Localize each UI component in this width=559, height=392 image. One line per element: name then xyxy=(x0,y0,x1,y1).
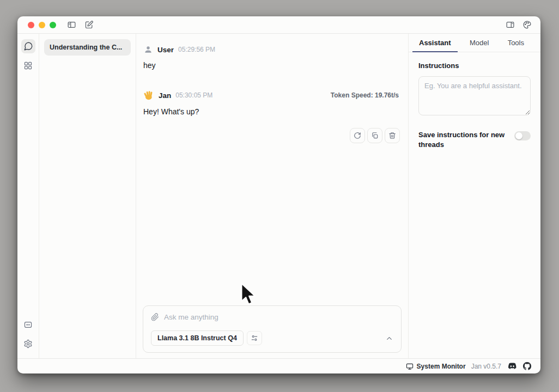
model-settings-button[interactable] xyxy=(247,331,262,345)
instructions-label: Instructions xyxy=(418,62,531,70)
toggle-right-panel-button[interactable] xyxy=(506,20,515,29)
paperclip-icon[interactable] xyxy=(151,313,159,321)
zoom-button[interactable] xyxy=(50,22,56,28)
tab-assistant[interactable]: Assistant xyxy=(412,34,458,52)
message-text: Hey! What's up? xyxy=(143,107,401,116)
sidebar-item-threads[interactable] xyxy=(21,39,35,53)
message-assistant: Jan 05:30:05 PM Token Speed: 19.76t/s He… xyxy=(143,90,401,143)
thread-list-item[interactable]: Understanding the C... xyxy=(44,39,131,56)
grid-icon xyxy=(23,61,33,70)
instructions-textarea[interactable] xyxy=(418,76,531,115)
discord-icon xyxy=(507,363,517,370)
thread-list: Understanding the C... xyxy=(39,34,136,358)
regenerate-button[interactable] xyxy=(350,128,365,143)
delete-button[interactable] xyxy=(385,128,400,143)
chat-input[interactable] xyxy=(164,313,393,321)
status-bar: System Monitor Jan v0.5.7 xyxy=(17,358,540,373)
save-instructions-toggle[interactable] xyxy=(514,131,531,140)
sidebar-item-settings[interactable] xyxy=(21,336,35,351)
chat-bubble-icon xyxy=(23,41,33,51)
sidebar-item-hub[interactable] xyxy=(21,58,35,72)
message-author: Jan xyxy=(159,91,171,100)
api-server-icon xyxy=(23,320,33,329)
copy-icon xyxy=(371,132,379,139)
sidebar-item-local-api-server[interactable] xyxy=(21,317,35,332)
titlebar xyxy=(17,16,540,34)
message-author: User xyxy=(157,46,174,54)
desktop-background: Understanding the C... User 05:29:56 PM xyxy=(0,0,559,392)
github-link[interactable] xyxy=(522,362,532,370)
traffic-lights xyxy=(28,22,56,28)
message-timestamp: 05:29:56 PM xyxy=(178,46,215,53)
message-actions xyxy=(143,128,401,143)
right-panel: Assistant Model Tools Instructions Save … xyxy=(408,34,540,358)
edit-pencil-icon xyxy=(84,20,94,29)
app-window: Understanding the C... User 05:29:56 PM xyxy=(17,16,540,373)
user-avatar-icon xyxy=(143,45,153,54)
sliders-icon xyxy=(251,334,258,342)
github-icon xyxy=(523,362,531,370)
message-text: hey xyxy=(143,61,401,70)
collapse-composer-button[interactable] xyxy=(385,334,393,342)
toggle-left-panel-button[interactable] xyxy=(67,20,76,29)
app-version: Jan v0.5.7 xyxy=(471,363,501,370)
close-button[interactable] xyxy=(28,22,34,28)
theme-button[interactable] xyxy=(522,20,532,29)
trash-icon xyxy=(388,132,396,139)
message-list: User 05:29:56 PM hey Jan 05:30:05 PM xyxy=(136,34,408,305)
waving-hand-icon xyxy=(143,90,154,101)
model-selector[interactable]: Llama 3.1 8B Instruct Q4 xyxy=(151,330,244,346)
gear-icon xyxy=(23,339,33,348)
message-timestamp: 05:30:05 PM xyxy=(175,91,212,99)
thread-title: Understanding the C... xyxy=(50,44,122,51)
chat-column: User 05:29:56 PM hey Jan 05:30:05 PM xyxy=(136,34,408,358)
chevron-up-icon xyxy=(385,334,393,342)
panel-left-icon xyxy=(67,20,76,29)
system-monitor-button[interactable]: System Monitor xyxy=(406,363,466,370)
monitor-icon xyxy=(406,363,414,370)
new-thread-button[interactable] xyxy=(84,20,94,29)
tab-model[interactable]: Model xyxy=(463,34,495,52)
refresh-icon xyxy=(354,132,361,139)
message-user: User 05:29:56 PM hey xyxy=(143,45,401,70)
composer: Llama 3.1 8B Instruct Q4 xyxy=(143,305,402,353)
discord-link[interactable] xyxy=(507,363,517,370)
minimize-button[interactable] xyxy=(39,22,45,28)
copy-button[interactable] xyxy=(367,128,382,143)
panel-right-icon xyxy=(506,20,515,29)
palette-icon xyxy=(522,20,532,29)
token-speed: Token Speed: 19.76t/s xyxy=(331,91,401,99)
tab-tools[interactable]: Tools xyxy=(501,34,531,52)
system-monitor-label: System Monitor xyxy=(417,363,466,370)
right-panel-tabs: Assistant Model Tools xyxy=(409,34,540,52)
save-instructions-label: Save instructions for new threads xyxy=(418,130,508,150)
icon-ribbon xyxy=(17,34,39,358)
model-selector-label: Llama 3.1 8B Instruct Q4 xyxy=(157,334,237,342)
